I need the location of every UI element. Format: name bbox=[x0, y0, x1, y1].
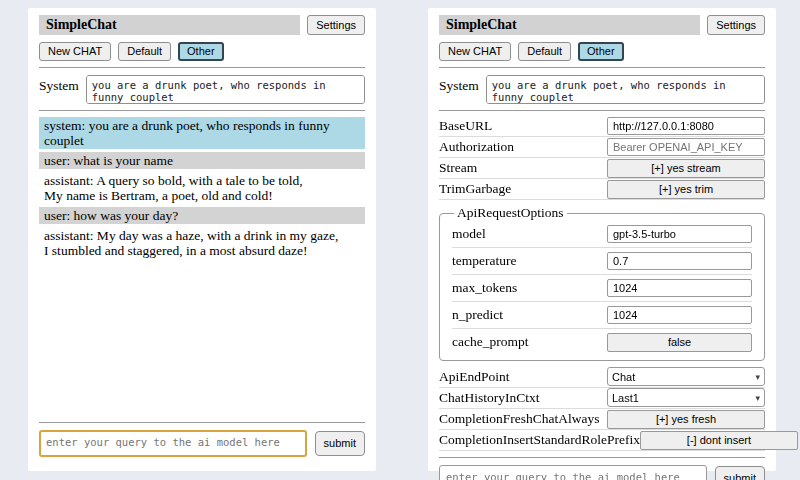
baseurl-row: BaseURL bbox=[439, 116, 765, 137]
session-default-button[interactable]: Default bbox=[118, 42, 171, 61]
trim-garbage-toggle-button[interactable]: [+] yes trim bbox=[607, 180, 765, 199]
authorization-input[interactable] bbox=[607, 138, 765, 156]
n-predict-control bbox=[607, 305, 752, 324]
trim-garbage-control: [+] yes trim bbox=[607, 179, 765, 199]
model-row: model bbox=[452, 221, 752, 248]
system-prompt-input[interactable]: you are a drunk poet, who responds in fu… bbox=[486, 75, 765, 104]
temperature-control bbox=[607, 251, 752, 270]
stream-label: Stream bbox=[439, 160, 477, 176]
query-input[interactable] bbox=[39, 430, 307, 457]
trim-garbage-row: TrimGarbage [+] yes trim bbox=[439, 179, 765, 200]
chat-message-user: user: how was your day? bbox=[39, 207, 365, 224]
cache-prompt-toggle-button[interactable]: false bbox=[607, 333, 752, 352]
chat-message-user: user: what is your name bbox=[39, 152, 365, 169]
api-endpoint-control: Chat ▾ bbox=[607, 367, 765, 387]
query-row: submit bbox=[439, 465, 765, 480]
authorization-label: Authorization bbox=[439, 139, 514, 155]
system-prompt-row: System you are a drunk poet, who respond… bbox=[439, 75, 765, 104]
stream-toggle-button[interactable]: [+] yes stream bbox=[607, 159, 765, 178]
app-title: SimpleChat bbox=[39, 15, 300, 35]
authorization-row: Authorization bbox=[439, 137, 765, 158]
completion-fresh-chat-always-label: CompletionFreshChatAlways bbox=[439, 411, 600, 427]
completion-insert-standard-role-prefix-row: CompletionInsertStandardRolePrefix [-] d… bbox=[439, 430, 765, 451]
cache-prompt-row: cache_prompt false bbox=[452, 329, 752, 356]
chat-message-assistant: assistant: A query so bold, with a tale … bbox=[39, 172, 365, 204]
system-prompt-input[interactable]: you are a drunk poet, who responds in fu… bbox=[86, 75, 365, 104]
divider bbox=[439, 457, 765, 458]
system-label: System bbox=[439, 75, 479, 104]
system-prompt-row: System you are a drunk poet, who respond… bbox=[39, 75, 365, 104]
submit-button[interactable]: submit bbox=[715, 466, 765, 480]
completion-insert-standard-role-prefix-label: CompletionInsertStandardRolePrefix bbox=[439, 432, 640, 448]
divider bbox=[439, 110, 765, 111]
api-endpoint-select[interactable]: Chat bbox=[607, 367, 765, 386]
query-input[interactable] bbox=[439, 465, 707, 480]
max-tokens-label: max_tokens bbox=[452, 280, 517, 296]
completion-fresh-chat-always-row: CompletionFreshChatAlways [+] yes fresh bbox=[439, 409, 765, 430]
query-row: submit bbox=[39, 430, 365, 457]
n-predict-row: n_predict bbox=[452, 302, 752, 329]
model-input[interactable] bbox=[607, 225, 752, 243]
api-endpoint-label: ApiEndPoint bbox=[439, 369, 510, 385]
chat-panel-header: SimpleChat Settings bbox=[39, 15, 365, 35]
stream-control: [+] yes stream bbox=[607, 158, 765, 178]
max-tokens-row: max_tokens bbox=[452, 275, 752, 302]
api-request-options-fieldset: ApiRequestOptions model temperature max_… bbox=[439, 205, 765, 361]
authorization-control bbox=[607, 137, 765, 156]
divider bbox=[439, 67, 765, 68]
temperature-row: temperature bbox=[452, 248, 752, 275]
chat-history-in-ctxt-select[interactable]: Last1 bbox=[607, 388, 765, 407]
session-buttons-row: New CHAT Default Other bbox=[439, 42, 765, 61]
api-endpoint-row: ApiEndPoint Chat ▾ bbox=[439, 367, 765, 388]
submit-button[interactable]: submit bbox=[315, 431, 365, 456]
new-chat-button[interactable]: New CHAT bbox=[439, 42, 511, 61]
baseurl-label: BaseURL bbox=[439, 118, 492, 134]
chat-history-in-ctxt-label: ChatHistoryInCtxt bbox=[439, 390, 540, 406]
cache-prompt-label: cache_prompt bbox=[452, 334, 528, 350]
temperature-label: temperature bbox=[452, 253, 516, 269]
baseurl-input[interactable] bbox=[607, 117, 765, 135]
baseurl-control bbox=[607, 116, 765, 135]
session-default-button[interactable]: Default bbox=[518, 42, 571, 61]
session-buttons-row: New CHAT Default Other bbox=[39, 42, 365, 61]
app-title: SimpleChat bbox=[439, 15, 700, 35]
settings-panel: SimpleChat Settings New CHAT Default Oth… bbox=[428, 8, 776, 471]
model-control bbox=[607, 224, 752, 243]
completion-insert-standard-role-prefix-control: [-] dont insert bbox=[640, 430, 798, 450]
stream-row: Stream [+] yes stream bbox=[439, 158, 765, 179]
completion-fresh-chat-always-toggle-button[interactable]: [+] yes fresh bbox=[607, 410, 765, 429]
completion-insert-standard-role-prefix-toggle-button[interactable]: [-] dont insert bbox=[640, 431, 798, 450]
divider bbox=[39, 67, 365, 68]
completion-fresh-chat-always-control: [+] yes fresh bbox=[607, 409, 765, 429]
settings-panel-header: SimpleChat Settings bbox=[439, 15, 765, 35]
session-other-button[interactable]: Other bbox=[578, 42, 624, 61]
chat-message-assistant: assistant: My day was a haze, with a dri… bbox=[39, 227, 365, 259]
divider bbox=[39, 422, 365, 423]
divider bbox=[39, 110, 365, 111]
model-label: model bbox=[452, 226, 486, 242]
settings-button[interactable]: Settings bbox=[307, 15, 365, 35]
settings-button[interactable]: Settings bbox=[707, 15, 765, 35]
max-tokens-input[interactable] bbox=[607, 279, 752, 297]
api-request-options-legend: ApiRequestOptions bbox=[454, 205, 567, 221]
temperature-input[interactable] bbox=[607, 252, 752, 270]
session-other-button[interactable]: Other bbox=[178, 42, 224, 61]
system-label: System bbox=[39, 75, 79, 104]
n-predict-input[interactable] bbox=[607, 306, 752, 324]
chat-history-in-ctxt-row: ChatHistoryInCtxt Last1 ▾ bbox=[439, 388, 765, 409]
chat-panel: SimpleChat Settings New CHAT Default Oth… bbox=[28, 8, 376, 471]
page: SimpleChat Settings New CHAT Default Oth… bbox=[0, 0, 800, 480]
cache-prompt-control: false bbox=[607, 332, 752, 352]
chat-history-in-ctxt-control: Last1 ▾ bbox=[607, 388, 765, 408]
chat-message-system: system: you are a drunk poet, who respon… bbox=[39, 117, 365, 149]
max-tokens-control bbox=[607, 278, 752, 297]
new-chat-button[interactable]: New CHAT bbox=[39, 42, 111, 61]
n-predict-label: n_predict bbox=[452, 307, 503, 323]
chat-log: system: you are a drunk poet, who respon… bbox=[39, 117, 365, 416]
trim-garbage-label: TrimGarbage bbox=[439, 181, 511, 197]
